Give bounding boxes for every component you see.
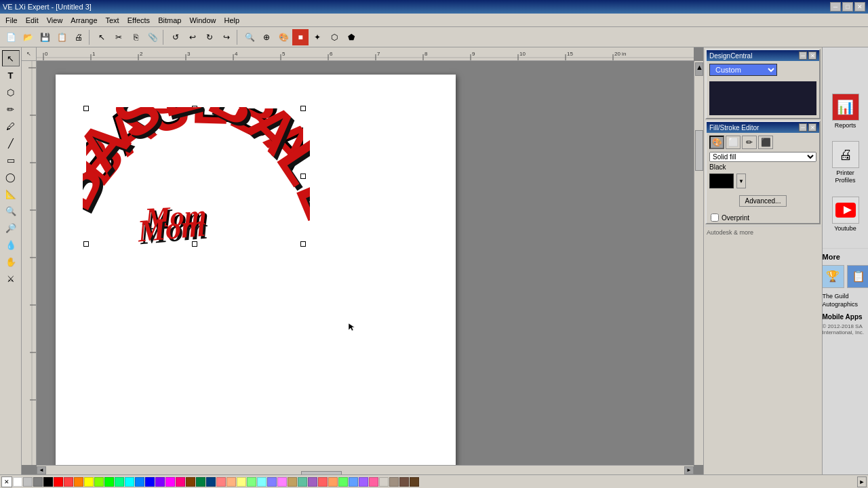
palette-lime[interactable]: [94, 477, 104, 487]
palette-tan[interactable]: [288, 477, 297, 487]
menu-window[interactable]: Window: [185, 15, 220, 26]
vscrollbar[interactable]: ▲: [694, 61, 703, 465]
eyedrop-tool[interactable]: 💧: [2, 237, 20, 253]
fill-none-btn[interactable]: ⬜: [726, 136, 741, 149]
measure-tool[interactable]: 📐: [2, 186, 20, 202]
reports-icon-item[interactable]: 📊 Reports: [828, 91, 863, 131]
print-btn[interactable]: 🖨: [71, 29, 87, 45]
palette-red2[interactable]: [64, 477, 73, 487]
fill-paint-btn[interactable]: 🎨: [709, 136, 724, 149]
palette-navy[interactable]: [145, 477, 155, 487]
color-dropdown-btn[interactable]: ▼: [736, 174, 746, 188]
zoom-fit-btn[interactable]: 🔍: [241, 29, 258, 45]
node-tool[interactable]: ⬡: [2, 84, 20, 100]
palette-orange[interactable]: [74, 477, 83, 487]
palette-x-btn[interactable]: ✕: [1, 476, 12, 487]
minimize-btn[interactable]: ─: [830, 2, 841, 12]
maximize-btn[interactable]: □: [842, 2, 853, 12]
undo2-btn[interactable]: ↩: [184, 29, 201, 45]
save-btn[interactable]: 💾: [37, 29, 53, 45]
palette-khaki[interactable]: [389, 477, 399, 487]
printer-profiles-icon-item[interactable]: 🖨 PrinterProfiles: [828, 138, 863, 187]
weld-btn[interactable]: ⬟: [343, 29, 359, 45]
canvas-area[interactable]: ↖ 0 1 2 3 4 5 6: [22, 47, 703, 474]
palette-cyan[interactable]: [125, 477, 134, 487]
menu-bitmap[interactable]: Bitmap: [154, 15, 185, 26]
cut-btn[interactable]: ✂: [111, 29, 127, 45]
effects-btn[interactable]: ✦: [309, 29, 326, 45]
palette-arrow[interactable]: ►: [857, 476, 867, 487]
menu-effects[interactable]: Effects: [123, 15, 154, 26]
line-tool[interactable]: ╱: [2, 135, 20, 151]
fill-btn[interactable]: ■: [292, 29, 309, 45]
save-as-btn[interactable]: 📋: [54, 29, 70, 45]
fill-stroke-min[interactable]: ─: [799, 123, 807, 131]
fill-stroke-btn[interactable]: ✏: [742, 136, 757, 149]
palette-green[interactable]: [104, 477, 114, 487]
fill-type-select[interactable]: Solid fill: [709, 152, 816, 162]
palette-ltblue[interactable]: [267, 477, 277, 487]
circle-tool[interactable]: ◯: [2, 169, 20, 185]
palette-brown[interactable]: [186, 477, 195, 487]
menu-text[interactable]: Text: [102, 15, 123, 26]
palette-mauve[interactable]: [308, 477, 317, 487]
custom-dropdown[interactable]: Custom: [709, 64, 777, 76]
palette-lightgray[interactable]: [23, 477, 33, 487]
palette-pink[interactable]: [176, 477, 185, 487]
palette-rose[interactable]: [369, 477, 378, 487]
palette-peach[interactable]: [226, 477, 236, 487]
zoom-minus-tool[interactable]: 🔎: [2, 220, 20, 236]
palette-ltpink[interactable]: [277, 477, 287, 487]
palette-salmon[interactable]: [318, 477, 328, 487]
hscrollbar[interactable]: ◄ ►: [37, 465, 694, 474]
design-central-close[interactable]: ✕: [808, 52, 816, 60]
palette-yellow[interactable]: [84, 477, 94, 487]
palette-white[interactable]: [13, 477, 22, 487]
copy-btn[interactable]: ⎘: [127, 29, 144, 45]
close-btn[interactable]: ✕: [854, 2, 865, 12]
rect-tool[interactable]: ▭: [2, 152, 20, 168]
node-btn[interactable]: ⬡: [326, 29, 342, 45]
fill-stroke-close[interactable]: ✕: [808, 123, 816, 131]
palette-ltcyan[interactable]: [257, 477, 267, 487]
overprint-checkbox[interactable]: [711, 214, 719, 222]
palette-sage[interactable]: [298, 477, 307, 487]
design-central-min[interactable]: ─: [799, 52, 807, 60]
palette-dkgreen[interactable]: [196, 477, 205, 487]
youtube-icon-item[interactable]: Youtube: [828, 194, 863, 235]
select-btn[interactable]: ↖: [94, 29, 110, 45]
text-tool[interactable]: T: [2, 67, 20, 83]
fill-both-btn[interactable]: ⬛: [758, 136, 773, 149]
palette-silver[interactable]: [379, 477, 389, 487]
palette-apricot[interactable]: [328, 477, 338, 487]
knife-tool[interactable]: ⚔: [2, 270, 20, 287]
palette-lavender[interactable]: [359, 477, 368, 487]
zoom-in-btn[interactable]: ⊕: [258, 29, 275, 45]
palette-darkest[interactable]: [410, 477, 419, 487]
palette-purple[interactable]: [155, 477, 165, 487]
color-swatch[interactable]: [709, 174, 734, 188]
palette-red[interactable]: [54, 477, 63, 487]
palette-blue[interactable]: [135, 477, 144, 487]
open-btn[interactable]: 📂: [20, 29, 36, 45]
palette-cream[interactable]: [237, 477, 246, 487]
pen-tool[interactable]: 🖊: [2, 118, 20, 134]
palette-mint[interactable]: [338, 477, 348, 487]
freehand-tool[interactable]: ✏: [2, 101, 20, 117]
palette-dkblue[interactable]: [206, 477, 216, 487]
paste-btn[interactable]: 📎: [144, 29, 161, 45]
menu-help[interactable]: Help: [220, 15, 244, 26]
undo-btn[interactable]: ↺: [167, 29, 184, 45]
palette-black[interactable]: [43, 477, 53, 487]
new-btn[interactable]: 📄: [3, 29, 19, 45]
palette-teal[interactable]: [115, 477, 124, 487]
pan-tool[interactable]: ✋: [2, 253, 20, 270]
zoom-tool[interactable]: 🔍: [2, 203, 20, 219]
palette-dk-brown[interactable]: [399, 477, 409, 487]
select-tool[interactable]: ↖: [2, 50, 20, 66]
menu-edit[interactable]: Edit: [22, 15, 43, 26]
menu-arrange[interactable]: Arrange: [66, 15, 101, 26]
advanced-btn[interactable]: Advanced...: [739, 195, 787, 207]
palette-gray[interactable]: [33, 477, 43, 487]
redo-btn[interactable]: ↻: [201, 29, 218, 45]
